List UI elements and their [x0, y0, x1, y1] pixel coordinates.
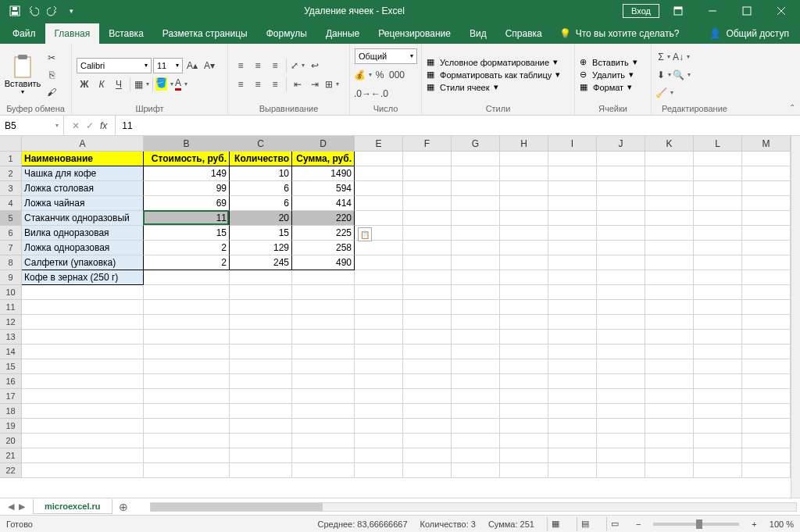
- cell[interactable]: [355, 419, 403, 434]
- cell[interactable]: [22, 404, 144, 419]
- cell[interactable]: [452, 211, 500, 226]
- fx-icon[interactable]: fx: [100, 120, 107, 131]
- cell[interactable]: [548, 315, 597, 330]
- cell[interactable]: [403, 359, 452, 374]
- insert-cells-button[interactable]: ⊕ Вставить ▾: [580, 57, 646, 67]
- cell[interactable]: [742, 463, 791, 478]
- sort-filter-icon[interactable]: A↓: [673, 49, 689, 65]
- add-sheet-icon[interactable]: ⊕: [112, 501, 134, 513]
- cell[interactable]: [597, 181, 645, 196]
- font-color-icon[interactable]: A: [173, 77, 189, 92]
- cell[interactable]: [144, 463, 230, 478]
- cell[interactable]: [548, 345, 597, 359]
- cell[interactable]: Сумма, руб.: [292, 152, 355, 166]
- cell[interactable]: [548, 255, 597, 270]
- cell[interactable]: [694, 345, 742, 359]
- cell[interactable]: [548, 389, 597, 404]
- cell[interactable]: [548, 359, 597, 374]
- cell-styles-button[interactable]: ▦ Стили ячеек ▾: [427, 82, 570, 92]
- cell[interactable]: [548, 181, 597, 196]
- save-icon[interactable]: [6, 2, 23, 20]
- row-header[interactable]: 3: [0, 181, 22, 196]
- cell[interactable]: [403, 152, 452, 166]
- cell[interactable]: [22, 345, 144, 359]
- row-header[interactable]: 13: [0, 330, 22, 345]
- row-header[interactable]: 5: [0, 211, 22, 226]
- view-pagelayout-icon[interactable]: ▤: [577, 517, 594, 531]
- cell[interactable]: 225: [292, 226, 355, 241]
- cell[interactable]: [230, 315, 292, 330]
- cell[interactable]: [292, 315, 355, 330]
- cell[interactable]: [645, 285, 694, 300]
- cell[interactable]: [645, 404, 694, 419]
- cell[interactable]: [230, 374, 292, 389]
- cell[interactable]: [645, 374, 694, 389]
- cell[interactable]: [452, 270, 500, 285]
- cell[interactable]: [742, 434, 791, 448]
- spreadsheet-grid[interactable]: ABCDEFGHIJKLM 1НаименованиеСтоимость, ру…: [0, 136, 791, 498]
- cell[interactable]: [355, 285, 403, 300]
- cell[interactable]: [292, 463, 355, 478]
- qat-customize-icon[interactable]: ▾: [62, 2, 80, 20]
- cell[interactable]: [742, 404, 791, 419]
- zoom-in-icon[interactable]: +: [752, 520, 756, 529]
- cell[interactable]: Наименование: [22, 152, 144, 166]
- cell[interactable]: [548, 448, 597, 463]
- row-header[interactable]: 6: [0, 226, 22, 241]
- cell[interactable]: [694, 330, 742, 345]
- cell[interactable]: [694, 255, 742, 270]
- view-normal-icon[interactable]: ▦: [547, 517, 564, 531]
- cell[interactable]: [355, 300, 403, 315]
- cell[interactable]: [597, 389, 645, 404]
- cell[interactable]: [355, 166, 403, 181]
- column-header[interactable]: J: [597, 136, 645, 152]
- cell[interactable]: [742, 300, 791, 315]
- cell[interactable]: Салфетки (упаковка): [22, 255, 144, 270]
- cell[interactable]: [230, 285, 292, 300]
- cell[interactable]: [230, 345, 292, 359]
- decrease-font-icon[interactable]: A▾: [202, 58, 217, 73]
- cell[interactable]: Стоимость, руб.: [144, 152, 230, 166]
- cell[interactable]: [144, 448, 230, 463]
- tab-insert[interactable]: Вставка: [99, 23, 153, 44]
- cell[interactable]: [452, 226, 500, 241]
- cell[interactable]: [597, 241, 645, 255]
- column-header[interactable]: C: [230, 136, 292, 152]
- cancel-formula-icon[interactable]: ✕: [72, 120, 80, 131]
- cell[interactable]: 20: [230, 211, 292, 226]
- cell[interactable]: [452, 196, 500, 211]
- cell[interactable]: [742, 226, 791, 241]
- cell[interactable]: [548, 270, 597, 285]
- cell[interactable]: [548, 419, 597, 434]
- row-header[interactable]: 16: [0, 374, 22, 389]
- increase-indent-icon[interactable]: ⇥: [307, 77, 323, 92]
- cell[interactable]: [500, 448, 548, 463]
- cell[interactable]: 245: [230, 255, 292, 270]
- cell[interactable]: Количество: [230, 152, 292, 166]
- cell[interactable]: [144, 404, 230, 419]
- cell[interactable]: 258: [292, 241, 355, 255]
- cell[interactable]: [694, 226, 742, 241]
- cell[interactable]: [403, 389, 452, 404]
- cell[interactable]: 129: [230, 241, 292, 255]
- cell[interactable]: [144, 270, 230, 285]
- sheet-tab[interactable]: microexcel.ru: [33, 499, 112, 514]
- cell[interactable]: [403, 345, 452, 359]
- cell[interactable]: [597, 226, 645, 241]
- cell[interactable]: [22, 359, 144, 374]
- cell[interactable]: [742, 330, 791, 345]
- cell[interactable]: Стаканчик одноразовый: [22, 211, 144, 226]
- copy-icon[interactable]: ⎘: [44, 67, 59, 83]
- cell[interactable]: 2: [144, 255, 230, 270]
- column-header[interactable]: M: [742, 136, 791, 152]
- tab-help[interactable]: Справка: [496, 23, 552, 44]
- cell[interactable]: [694, 166, 742, 181]
- cell[interactable]: [645, 152, 694, 166]
- bold-button[interactable]: Ж: [77, 77, 92, 92]
- cell[interactable]: [500, 463, 548, 478]
- formula-input[interactable]: [116, 116, 800, 135]
- cell[interactable]: [452, 359, 500, 374]
- cell[interactable]: [694, 448, 742, 463]
- cell[interactable]: [500, 196, 548, 211]
- cell[interactable]: Ложка чайная: [22, 196, 144, 211]
